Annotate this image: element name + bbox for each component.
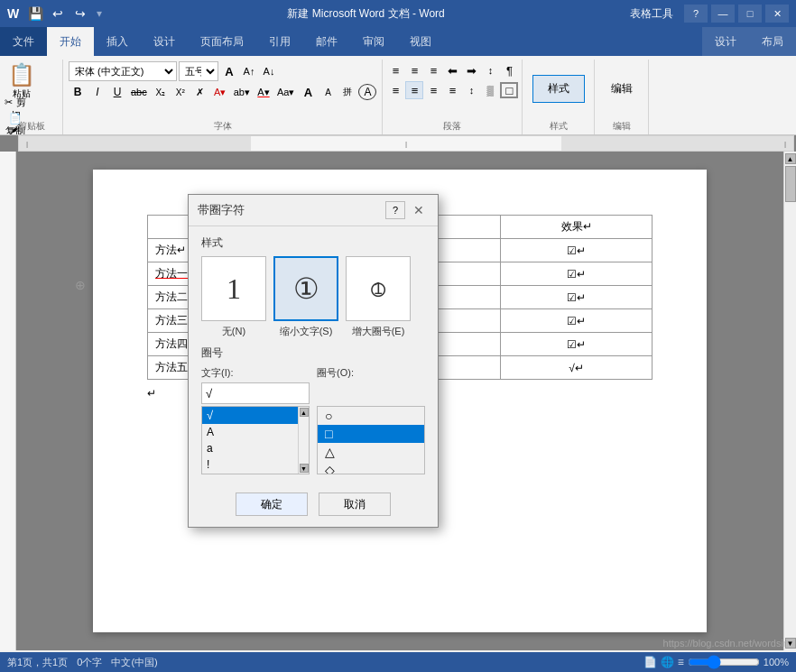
dialog-close-button[interactable]: ✕	[409, 200, 429, 220]
dialog-title: 带圈字符	[198, 202, 245, 218]
modal-overlay: 带圈字符 ? ✕ 样式 1 无(N) ① 缩小文字(S)	[0, 0, 796, 672]
dialog-titlebar: 带圈字符 ? ✕	[189, 195, 438, 226]
circle-list-item-0[interactable]: ○	[318, 407, 424, 425]
dialog-cancel-button[interactable]: 取消	[319, 492, 391, 516]
circle-inputs-row: 文字(I): √ A a ! ▲ ▼	[201, 366, 425, 474]
style-options-container: 1 无(N) ① 缩小文字(S) 1○ 增大圈号(E)	[201, 256, 425, 338]
circle-list-item-1[interactable]: □	[318, 425, 424, 443]
circle-section-label: 圈号	[201, 345, 425, 361]
encircle-dialog: 带圈字符 ? ✕ 样式 1 无(N) ① 缩小文字(S)	[188, 194, 439, 528]
text-list: √ A a !	[202, 407, 298, 474]
circle-list: ○ □ △ ◇	[318, 407, 424, 474]
style-option-none[interactable]: 1 无(N)	[201, 256, 266, 338]
dialog-buttons: 确定 取消	[189, 483, 438, 527]
text-list-item-3[interactable]: !	[202, 456, 298, 473]
circle-list-item-3[interactable]: ◇	[318, 461, 424, 474]
text-list-scrollbar[interactable]: ▲ ▼	[298, 407, 309, 474]
style-large-label: 增大圈号(E)	[352, 325, 405, 338]
text-input-field[interactable]	[201, 382, 310, 404]
style-box-small: ①	[273, 256, 338, 321]
style-none-label: 无(N)	[222, 325, 245, 338]
text-input-label: 文字(I):	[201, 366, 310, 380]
style-option-large[interactable]: 1○ 增大圈号(E)	[346, 256, 411, 338]
circle-input-group: 圈号(O): ○ □ △ ◇	[317, 366, 425, 474]
dialog-help-button[interactable]: ?	[385, 201, 405, 219]
circle-list-wrapper: ○ □ △ ◇	[317, 406, 425, 474]
style-box-large: 1○	[346, 256, 411, 321]
text-input-group: 文字(I): √ A a ! ▲ ▼	[201, 366, 310, 474]
text-list-item-1[interactable]: A	[202, 424, 298, 440]
text-list-wrapper: √ A a ! ▲ ▼	[201, 406, 310, 474]
text-list-item-0[interactable]: √	[202, 407, 298, 424]
style-small-label: 缩小文字(S)	[280, 325, 333, 338]
circle-input-label: 圈号(O):	[317, 366, 425, 380]
style-option-small[interactable]: ① 缩小文字(S)	[273, 256, 338, 338]
style-box-none: 1	[201, 256, 266, 321]
style-section-label: 样式	[201, 235, 425, 251]
text-list-item-2[interactable]: a	[202, 440, 298, 456]
circle-list-item-2[interactable]: △	[318, 443, 424, 461]
dialog-ok-button[interactable]: 确定	[236, 492, 308, 516]
dialog-body: 样式 1 无(N) ① 缩小文字(S) 1○ 增大圈号(E)	[189, 226, 438, 483]
